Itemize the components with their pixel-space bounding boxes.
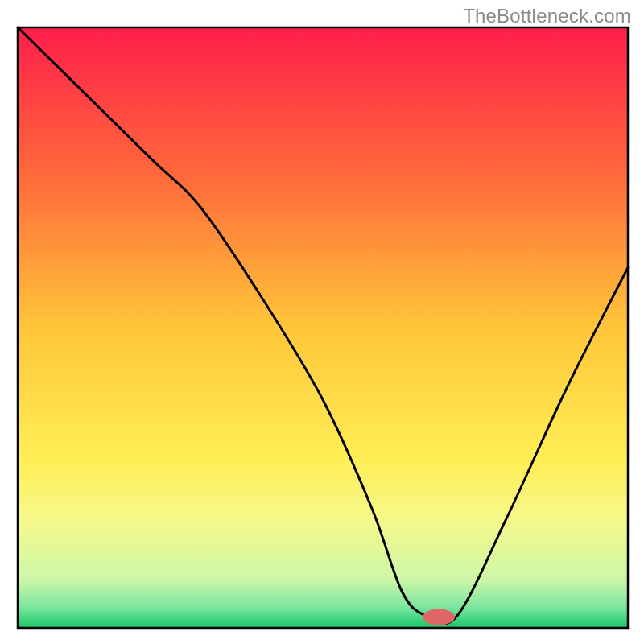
chart-stage: TheBottleneck.com xyxy=(0,0,644,644)
optimal-marker xyxy=(423,609,455,625)
bottleneck-chart xyxy=(0,0,644,644)
